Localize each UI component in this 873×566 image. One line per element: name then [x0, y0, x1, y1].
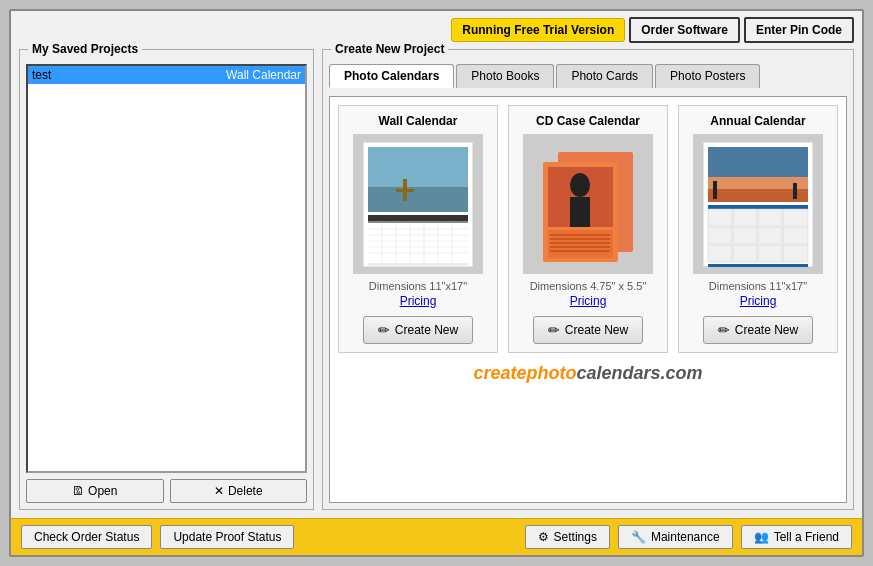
annual-calendar-create-button[interactable]: ✏ Create New: [703, 316, 813, 344]
pencil-icon: ✏: [378, 322, 390, 338]
svg-rect-37: [793, 183, 797, 199]
wall-calendar-dimensions: Dimensions 11"x17": [369, 280, 467, 292]
product-cards: Wall Calendar: [338, 105, 838, 353]
wall-calendar-create-label: Create New: [395, 323, 458, 337]
annual-calendar-dimensions: Dimensions 11"x17": [709, 280, 807, 292]
svg-rect-42: [758, 209, 782, 226]
svg-rect-48: [708, 245, 732, 262]
svg-rect-6: [368, 215, 468, 221]
svg-rect-3: [368, 187, 468, 212]
wall-calendar-title: Wall Calendar: [379, 114, 458, 128]
svg-rect-46: [758, 227, 782, 244]
website-link: createphotocalendars.com: [338, 363, 838, 384]
svg-rect-45: [733, 227, 757, 244]
main-window: Running Free Trial Version Order Softwar…: [9, 9, 864, 557]
website-cal: calendars.com: [576, 363, 702, 383]
svg-rect-7: [368, 221, 468, 223]
svg-rect-25: [570, 197, 590, 227]
cd-case-create-label: Create New: [565, 323, 628, 337]
pencil-icon-2: ✏: [548, 322, 560, 338]
check-order-button[interactable]: Check Order Status: [21, 525, 152, 549]
settings-button[interactable]: ⚙ Settings: [525, 525, 610, 549]
trial-label: Running Free Trial Version: [451, 18, 625, 42]
svg-rect-38: [708, 205, 808, 209]
annual-calendar-card: Annual Calendar: [678, 105, 838, 353]
cd-case-dimensions: Dimensions 4.75" x 5.5": [530, 280, 647, 292]
panel-buttons: 🖻 Open ✕ Delete: [26, 473, 307, 503]
delete-button[interactable]: ✕ Delete: [170, 479, 308, 503]
right-panel: Create New Project Photo Calendars Photo…: [322, 49, 854, 510]
project-name: test: [32, 68, 51, 82]
delete-icon: ✕: [214, 484, 224, 498]
maintenance-label: Maintenance: [651, 530, 720, 544]
svg-rect-31: [550, 250, 610, 252]
svg-rect-52: [708, 264, 808, 267]
cd-case-calendar-title: CD Case Calendar: [536, 114, 640, 128]
svg-rect-49: [733, 245, 757, 262]
friend-icon: 👥: [754, 530, 769, 544]
svg-rect-2: [368, 147, 468, 187]
cd-case-calendar-image: [523, 134, 653, 274]
wall-calendar-card: Wall Calendar: [338, 105, 498, 353]
open-label: Open: [88, 484, 117, 498]
svg-rect-36: [713, 181, 717, 199]
svg-rect-20: [368, 263, 468, 267]
annual-calendar-create-label: Create New: [735, 323, 798, 337]
svg-rect-27: [550, 234, 610, 236]
annual-calendar-title: Annual Calendar: [710, 114, 805, 128]
annual-calendar-pricing-link[interactable]: Pricing: [740, 294, 777, 308]
tell-friend-label: Tell a Friend: [774, 530, 839, 544]
open-icon: 🖻: [72, 484, 84, 498]
wall-calendar-pricing-link[interactable]: Pricing: [400, 294, 437, 308]
settings-icon: ⚙: [538, 530, 549, 544]
open-button[interactable]: 🖻 Open: [26, 479, 164, 503]
svg-rect-28: [550, 238, 610, 240]
website-photo: photo: [527, 363, 577, 383]
settings-label: Settings: [554, 530, 597, 544]
wall-calendar-image: [353, 134, 483, 274]
wall-calendar-create-button[interactable]: ✏ Create New: [363, 316, 473, 344]
svg-rect-40: [708, 209, 732, 226]
bottom-bar: Check Order Status Update Proof Status ⚙…: [11, 518, 862, 555]
annual-calendar-image: [693, 134, 823, 274]
middle-section: My Saved Projects test Wall Calendar 🖻 O…: [11, 49, 862, 518]
maintenance-button[interactable]: 🔧 Maintenance: [618, 525, 733, 549]
cd-case-create-button[interactable]: ✏ Create New: [533, 316, 643, 344]
website-create: create: [473, 363, 526, 383]
svg-rect-29: [550, 242, 610, 244]
svg-rect-30: [550, 246, 610, 248]
svg-rect-43: [783, 209, 808, 226]
bottom-right-buttons: ⚙ Settings 🔧 Maintenance 👥 Tell a Friend: [525, 525, 852, 549]
right-panel-title: Create New Project: [331, 42, 448, 56]
products-area: Wall Calendar: [329, 96, 847, 503]
svg-point-24: [570, 173, 590, 197]
tell-friend-button[interactable]: 👥 Tell a Friend: [741, 525, 852, 549]
tab-photo-posters[interactable]: Photo Posters: [655, 64, 760, 88]
update-proof-button[interactable]: Update Proof Status: [160, 525, 294, 549]
pencil-icon-3: ✏: [718, 322, 730, 338]
svg-rect-5: [396, 189, 414, 192]
delete-label: Delete: [228, 484, 263, 498]
tab-photo-calendars[interactable]: Photo Calendars: [329, 64, 454, 88]
enter-pin-button[interactable]: Enter Pin Code: [744, 17, 854, 43]
svg-rect-41: [733, 209, 757, 226]
cd-case-pricing-link[interactable]: Pricing: [570, 294, 607, 308]
tab-photo-books[interactable]: Photo Books: [456, 64, 554, 88]
project-type: Wall Calendar: [226, 68, 301, 82]
tab-photo-cards[interactable]: Photo Cards: [556, 64, 653, 88]
list-item[interactable]: test Wall Calendar: [28, 66, 305, 84]
tabs: Photo Calendars Photo Books Photo Cards …: [329, 64, 847, 88]
projects-list[interactable]: test Wall Calendar: [26, 64, 307, 473]
order-software-button[interactable]: Order Software: [629, 17, 740, 43]
left-panel-title: My Saved Projects: [28, 42, 142, 56]
svg-rect-51: [783, 245, 808, 262]
svg-rect-47: [783, 227, 808, 244]
left-panel: My Saved Projects test Wall Calendar 🖻 O…: [19, 49, 314, 510]
svg-rect-50: [758, 245, 782, 262]
maintenance-icon: 🔧: [631, 530, 646, 544]
cd-case-calendar-card: CD Case Calendar: [508, 105, 668, 353]
svg-rect-44: [708, 227, 732, 244]
